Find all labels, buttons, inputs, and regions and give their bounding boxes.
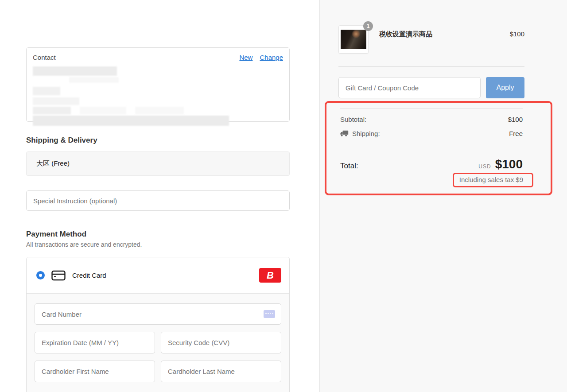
checkout-form-column: Contact New Change Shipping & Delivery 大… — [0, 0, 319, 392]
subtotal-row: Subtotal: $100 — [340, 116, 523, 123]
total-value: $100 — [495, 157, 523, 171]
truck-icon — [340, 130, 349, 137]
contact-new-link[interactable]: New — [239, 54, 252, 61]
product-thumbnail: 1 — [338, 25, 369, 54]
contact-change-link[interactable]: Change — [260, 54, 283, 61]
coupon-code-input[interactable] — [338, 77, 481, 98]
gateway-logo: B — [259, 268, 281, 283]
card-fields — [27, 293, 289, 392]
payment-method-credit-card[interactable]: Credit Card B — [27, 257, 289, 293]
shipping-section-title: Shipping & Delivery — [26, 136, 290, 145]
product-price: $100 — [510, 30, 524, 38]
quantity-badge: 1 — [363, 21, 373, 31]
payment-section-title: Payment Method — [26, 230, 290, 239]
order-summary-panel: 1 税收设置演示商品 $100 Apply Subtotal: $100 — [319, 0, 567, 392]
total-label: Total: — [340, 162, 358, 171]
shipping-row: Shipping: Free — [340, 130, 523, 137]
shipping-option-selected[interactable]: 大区 (Free) — [26, 151, 290, 176]
shipping-label: Shipping: — [352, 130, 380, 137]
payment-panel: Credit Card B — [26, 257, 290, 392]
expiration-date-input[interactable] — [35, 332, 155, 353]
totals-top-divider — [340, 109, 523, 109]
cardholder-first-name-input[interactable] — [35, 361, 155, 382]
redacted-contact-info — [33, 66, 283, 126]
contact-title: Contact — [33, 54, 56, 61]
card-type-icon — [264, 310, 275, 318]
shipping-value: Free — [509, 130, 523, 137]
tax-note-annotation-box: Including sales tax $9 — [453, 173, 533, 187]
card-number-input[interactable] — [35, 303, 281, 325]
total-row: Total: USD $100 — [340, 157, 523, 171]
totals-annotation-box: Subtotal: $100 Shipping: Free — [325, 101, 552, 195]
product-image — [341, 30, 366, 49]
payment-section-subtitle: All transactions are secure and encrypte… — [26, 241, 290, 248]
product-name: 税收设置演示商品 — [379, 30, 432, 39]
subtotal-value: $100 — [508, 116, 523, 123]
cardholder-last-name-input[interactable] — [161, 361, 281, 382]
contact-card: Contact New Change — [26, 47, 290, 122]
subtotal-label: Subtotal: — [340, 116, 366, 123]
apply-coupon-button[interactable]: Apply — [486, 77, 524, 98]
summary-divider — [338, 66, 524, 67]
credit-card-radio[interactable] — [36, 271, 45, 279]
tax-note: Including sales tax $9 — [459, 176, 523, 183]
currency-code: USD — [478, 163, 491, 170]
payment-method-label: Credit Card — [72, 272, 106, 279]
cart-item: 1 税收设置演示商品 $100 — [338, 25, 524, 54]
credit-card-icon — [51, 270, 66, 281]
security-code-input[interactable] — [161, 332, 281, 353]
totals-mid-divider — [340, 145, 523, 145]
special-instruction-input[interactable] — [26, 190, 290, 211]
